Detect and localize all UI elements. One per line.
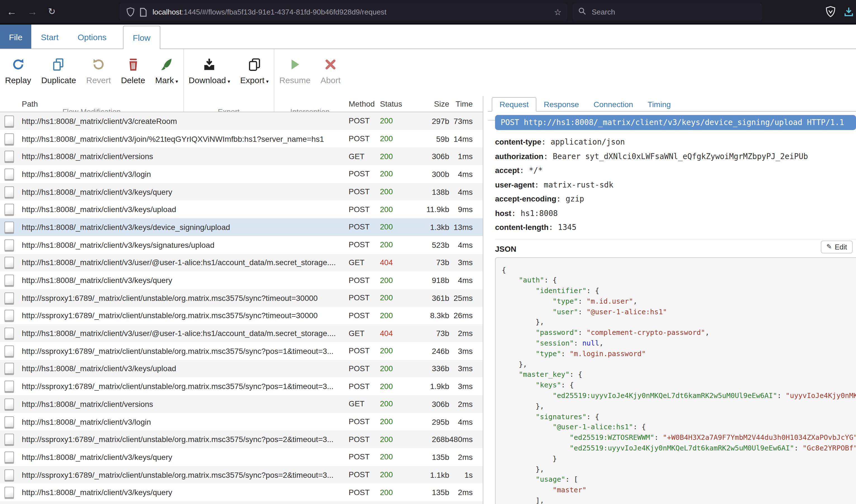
bookmark-star-icon[interactable]: ☆ — [554, 7, 562, 17]
menu-tab-options[interactable]: Options — [68, 24, 116, 49]
document-icon — [4, 434, 14, 445]
table-row[interactable]: http://hs1:8008/_matrix/client/v3/user/@… — [0, 254, 483, 271]
flow-status: 200 — [380, 223, 407, 231]
document-icon — [4, 239, 14, 250]
document-icon — [4, 133, 14, 144]
menu-tab-start[interactable]: Start — [31, 24, 68, 49]
header-time[interactable]: Time — [449, 100, 476, 108]
header-method[interactable]: Method — [349, 100, 380, 108]
main-content: Path Method Status Size Time http://hs1:… — [0, 96, 856, 504]
table-row[interactable]: http://hs1:8008/_matrix/client/v3/keys/s… — [0, 236, 483, 254]
request-line[interactable]: POST http://hs1:8008/_matrix/client/v3/k… — [495, 115, 856, 130]
flow-status: 200 — [380, 117, 407, 125]
table-row[interactable]: http://ssproxy1:6789/_matrix/client/unst… — [0, 431, 483, 448]
flow-path: http://ssproxy1:6789/_matrix/client/unst… — [20, 347, 349, 356]
tab-response[interactable]: Response — [536, 98, 586, 111]
export-icon — [247, 56, 261, 73]
table-row[interactable] — [0, 501, 483, 504]
search-bar[interactable] — [573, 3, 762, 21]
flow-size: 135b — [407, 453, 449, 462]
tab-connection[interactable]: Connection — [586, 98, 640, 111]
flow-time: 4ms — [449, 170, 476, 179]
table-row[interactable]: http://ssproxy1:6789/_matrix/client/unst… — [0, 466, 483, 484]
protections-shield-icon[interactable] — [825, 6, 836, 18]
button-label: Delete — [121, 75, 145, 85]
app-window: ← → ↻ localhost:1445/#/flows/fba5f13d-91… — [0, 0, 856, 504]
table-row[interactable]: http://hs1:8008/_matrix/client/v3/keys/d… — [0, 218, 483, 236]
table-row[interactable]: http://ssproxy1:6789/_matrix/client/unst… — [0, 307, 483, 324]
document-icon — [4, 221, 14, 233]
abort-icon — [324, 56, 337, 73]
document-icon — [4, 469, 14, 480]
url-bar[interactable]: localhost:1445/#/flows/fba5f13d-91e1-437… — [120, 3, 567, 21]
menu-tab-file[interactable]: File — [0, 24, 31, 49]
button-label: Mark▾ — [155, 75, 178, 85]
flow-time: 1ms — [449, 152, 476, 161]
table-row[interactable]: http://hs1:8008/_matrix/client/v3/keys/q… — [0, 484, 483, 501]
flow-time: 4ms — [449, 240, 476, 249]
reload-icon[interactable]: ↻ — [48, 7, 56, 16]
table-row[interactable]: http://hs1:8008/_matrix/client/versionsG… — [0, 395, 483, 413]
shield-icon[interactable] — [126, 7, 135, 17]
button-label: Revert — [86, 75, 111, 85]
flow-method: POST — [349, 223, 380, 231]
flow-path: http://hs1:8008/_matrix/client/v3/keys/q… — [20, 453, 349, 462]
document-icon — [4, 452, 14, 463]
download-icon — [203, 56, 217, 73]
request-header: accept: */* — [495, 164, 856, 178]
detail-panel: RequestResponseConnectionTiming POST htt… — [488, 96, 856, 504]
table-row[interactable]: http://hs1:8008/_matrix/client/v3/join/%… — [0, 130, 483, 147]
json-line: "ed25519:uyyvIoJe4Kjy0nMKQeL7dt6kamRK2w5… — [502, 443, 856, 454]
flow-status: 200 — [380, 311, 407, 320]
flow-time: 26ms — [449, 311, 476, 320]
detail-content: POST http://hs1:8008/_matrix/client/v3/k… — [488, 112, 856, 504]
header-status[interactable]: Status — [380, 100, 407, 108]
table-row[interactable]: http://hs1:8008/_matrix/client/v3/user/@… — [0, 325, 483, 342]
json-body[interactable]: { "auth": { "identifier": { "type": "m.i… — [495, 257, 856, 504]
flow-method: POST — [349, 311, 380, 320]
request-header: user-agent: matrix-rust-sdk — [495, 178, 856, 192]
table-row[interactable]: http://hs1:8008/_matrix/client/v3/loginP… — [0, 413, 483, 430]
menu-tabs: FileStartOptionsFlow — [0, 24, 856, 49]
flow-method: GET — [349, 400, 380, 408]
table-row[interactable]: http://hs1:8008/_matrix/client/v3/create… — [0, 112, 483, 130]
document-icon — [4, 186, 14, 197]
flow-status: 200 — [380, 347, 407, 355]
tab-timing[interactable]: Timing — [640, 98, 678, 111]
mark-icon — [159, 56, 173, 73]
table-row[interactable]: http://ssproxy1:6789/_matrix/client/unst… — [0, 342, 483, 360]
table-row[interactable]: http://ssproxy1:6789/_matrix/client/unst… — [0, 289, 483, 307]
flow-list-header[interactable]: Path Method Status Size Time — [0, 96, 483, 112]
table-row[interactable]: http://hs1:8008/_matrix/client/v3/keys/u… — [0, 201, 483, 218]
json-line: }, — [502, 401, 856, 412]
forward-icon[interactable]: → — [28, 7, 37, 17]
button-label: Download▾ — [189, 75, 230, 85]
caret-down-icon: ▾ — [228, 79, 230, 84]
downloads-icon[interactable] — [844, 6, 854, 17]
document-icon — [4, 115, 14, 127]
edit-button[interactable]: ✎ Edit — [821, 240, 853, 253]
table-row[interactable]: http://hs1:8008/_matrix/client/v3/keys/u… — [0, 360, 483, 377]
table-row[interactable]: http://hs1:8008/_matrix/client/v3/loginP… — [0, 165, 483, 183]
table-row[interactable]: http://hs1:8008/_matrix/client/versionsG… — [0, 148, 483, 165]
json-line: }, — [502, 359, 856, 370]
flow-method: POST — [349, 382, 380, 391]
list-scrollbar[interactable] — [483, 96, 488, 504]
flow-time: 2ms — [449, 400, 476, 409]
flow-status: 200 — [380, 400, 407, 408]
flow-status: 404 — [380, 258, 407, 267]
table-row[interactable]: http://hs1:8008/_matrix/client/v3/keys/q… — [0, 448, 483, 466]
flow-time: 2ms — [449, 329, 476, 338]
json-line: "ed25519:WZTOSREWWM": "+W0B4H3X2a7A9F7Ym… — [502, 433, 856, 444]
header-size[interactable]: Size — [407, 100, 449, 108]
page-info-icon[interactable] — [140, 7, 147, 16]
back-icon[interactable]: ← — [7, 7, 17, 17]
header-path[interactable]: Path — [20, 100, 349, 108]
flow-time: 73ms — [449, 116, 476, 126]
table-row[interactable]: http://hs1:8008/_matrix/client/v3/keys/q… — [0, 183, 483, 201]
menu-tab-flow[interactable]: Flow — [123, 26, 160, 49]
tab-request[interactable]: Request — [492, 97, 536, 112]
table-row[interactable]: http://hs1:8008/_matrix/client/v3/keys/q… — [0, 271, 483, 289]
search-input[interactable] — [590, 7, 762, 17]
table-row[interactable]: http://ssproxy1:6789/_matrix/client/unst… — [0, 378, 483, 395]
